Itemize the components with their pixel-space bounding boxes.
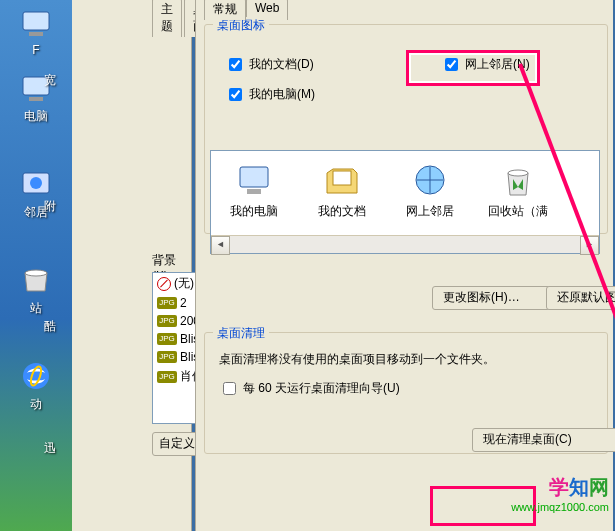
desktop-shortcut-label: F bbox=[32, 43, 39, 57]
checkbox-input[interactable] bbox=[223, 382, 236, 395]
svg-point-5 bbox=[30, 177, 42, 189]
horizontal-scrollbar[interactable]: ◄ ► bbox=[211, 235, 599, 253]
svg-rect-3 bbox=[29, 97, 43, 101]
desktop-shortcut[interactable]: 电脑 bbox=[0, 71, 72, 125]
xp-desktop-strip: F 电脑 宽 邻居 附 站 酷 动 迅 bbox=[0, 0, 72, 531]
svg-rect-9 bbox=[240, 167, 268, 187]
checkbox-my-documents[interactable]: 我的文档(D) bbox=[225, 55, 314, 74]
icon-label: 我的文档 bbox=[318, 203, 366, 220]
icon-label: 网上邻居 bbox=[406, 203, 454, 220]
icon-item-recycle-bin[interactable]: 回收站（满 bbox=[483, 161, 553, 220]
svg-rect-10 bbox=[247, 189, 261, 194]
checkbox-cleanup-wizard[interactable]: 每 60 天运行桌面清理向导(U) bbox=[219, 379, 400, 398]
jpg-icon: JPG bbox=[157, 315, 177, 327]
restore-default-icon-button[interactable]: 还原默认图标(S) bbox=[546, 286, 615, 310]
jpg-icon: JPG bbox=[157, 371, 177, 383]
svg-rect-0 bbox=[23, 12, 49, 30]
scroll-right-button[interactable]: ► bbox=[580, 236, 599, 255]
icon-item-my-computer[interactable]: 我的电脑 bbox=[219, 161, 289, 220]
desktop-shortcut-label: 站 bbox=[30, 300, 42, 317]
checkbox-label: 我的电脑(M) bbox=[249, 86, 315, 103]
svg-rect-11 bbox=[333, 171, 351, 185]
watermark: 学知网 www.jmqz1000.com bbox=[511, 474, 609, 513]
checkbox-label: 每 60 天运行桌面清理向导(U) bbox=[243, 380, 400, 397]
desktop-shortcut[interactable]: F bbox=[0, 6, 72, 57]
desktop-shortcut-label: 迅 bbox=[44, 440, 56, 457]
icon-item-my-documents[interactable]: 我的文档 bbox=[307, 161, 377, 220]
checkbox-label: 我的文档(D) bbox=[249, 56, 314, 73]
scroll-left-button[interactable]: ◄ bbox=[211, 236, 230, 255]
svg-point-13 bbox=[508, 170, 528, 176]
desktop-shortcut-label: 酷 bbox=[44, 318, 56, 335]
desktop-shortcut-label: 动 bbox=[30, 396, 42, 413]
change-icon-button[interactable]: 更改图标(H)… bbox=[432, 286, 556, 310]
display-properties-panel: 主题 桌面 背景(K): (无) JPG2 JPG200952E JPGBlis… bbox=[72, 0, 192, 531]
desktop-icon-preview-list[interactable]: 我的电脑 我的文档 网上邻居 回收站（满 ◄ ► bbox=[210, 150, 600, 254]
annotation-highlight bbox=[406, 50, 540, 86]
tab-theme[interactable]: 主题 bbox=[152, 0, 182, 37]
desktop-shortcut[interactable]: 邻居 bbox=[0, 167, 72, 221]
desktop-shortcut[interactable]: 站 bbox=[0, 263, 72, 317]
group-legend: 桌面清理 bbox=[213, 325, 269, 342]
svg-point-6 bbox=[25, 270, 47, 276]
desktop-shortcut-label: 附 bbox=[44, 198, 56, 215]
icon-label: 回收站（满 bbox=[488, 203, 548, 220]
watermark-brand: 学知网 bbox=[511, 474, 609, 501]
jpg-icon: JPG bbox=[157, 297, 177, 309]
clean-desktop-now-button[interactable]: 现在清理桌面(C) bbox=[472, 428, 615, 452]
cleanup-description: 桌面清理将没有使用的桌面项目移动到一个文件夹。 bbox=[219, 351, 495, 368]
tab-general[interactable]: 常规 bbox=[204, 0, 246, 20]
desktop-shortcut-label: 宽 bbox=[44, 72, 56, 89]
desktop-items-dialog: 常规 Web 桌面图标 我的文档(D) 网上邻居(N) 我的电脑(M) bbox=[195, 0, 613, 531]
desktop-shortcut-ie[interactable]: 动 bbox=[0, 359, 72, 413]
desktop-shortcut-label: 电脑 bbox=[24, 108, 48, 125]
watermark-url: www.jmqz1000.com bbox=[511, 501, 609, 513]
svg-rect-1 bbox=[29, 32, 43, 36]
none-icon bbox=[157, 277, 171, 291]
icon-item-network[interactable]: 网上邻居 bbox=[395, 161, 465, 220]
checkbox-input[interactable] bbox=[229, 88, 242, 101]
checkbox-input[interactable] bbox=[229, 58, 242, 71]
icon-label: 我的电脑 bbox=[230, 203, 278, 220]
checkbox-my-computer[interactable]: 我的电脑(M) bbox=[225, 85, 315, 104]
jpg-icon: JPG bbox=[157, 351, 177, 363]
jpg-icon: JPG bbox=[157, 333, 177, 345]
